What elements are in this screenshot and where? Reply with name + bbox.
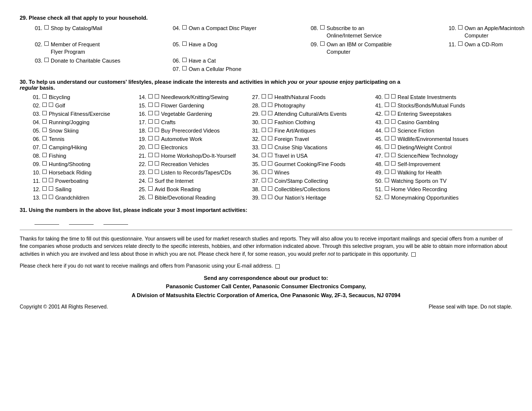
q30-cb-17[interactable]	[148, 119, 153, 124]
q30-cb-34[interactable]	[262, 153, 266, 157]
q30-cb-05[interactable]	[42, 128, 47, 132]
q30-cb-19[interactable]	[148, 136, 153, 140]
checkbox-03[interactable]	[44, 58, 49, 62]
q30-cb-44b[interactable]	[391, 128, 396, 132]
q30-cb-34b[interactable]	[268, 153, 272, 157]
q30-cb-50[interactable]	[385, 178, 389, 182]
q30-cb-12b[interactable]	[49, 186, 53, 191]
q30-cb-18b[interactable]	[155, 128, 159, 132]
q30-cb-28[interactable]	[262, 103, 266, 107]
q30-cb-10[interactable]	[42, 170, 47, 174]
q30-cb-21[interactable]	[148, 153, 153, 157]
q30-cb-37b[interactable]	[268, 178, 272, 182]
q30-cb-30[interactable]	[262, 119, 266, 124]
q30-cb-27[interactable]	[262, 94, 266, 99]
q30-cb-28b[interactable]	[268, 103, 272, 107]
q30-cb-39[interactable]	[262, 195, 266, 199]
q31-input-3[interactable]	[103, 217, 128, 225]
q30-cb-46b[interactable]	[391, 144, 396, 149]
q30-cb-09[interactable]	[42, 161, 47, 166]
q30-cb-41[interactable]	[385, 103, 389, 107]
q30-cb-22[interactable]	[148, 161, 153, 166]
q30-cb-45[interactable]	[385, 136, 389, 140]
q30-cb-38[interactable]	[262, 186, 266, 191]
q30-cb-32[interactable]	[262, 136, 266, 140]
q30-cb-21b[interactable]	[155, 153, 159, 157]
footer-checkbox-1[interactable]	[411, 252, 416, 257]
q30-cb-23b[interactable]	[155, 170, 159, 174]
q30-cb-14[interactable]	[148, 94, 153, 99]
q30-cb-32b[interactable]	[268, 136, 272, 140]
q30-cb-33[interactable]	[262, 144, 266, 149]
q30-cb-49[interactable]	[385, 170, 389, 174]
q30-cb-51[interactable]	[385, 186, 389, 191]
q30-cb-48[interactable]	[385, 161, 389, 166]
q30-cb-02b[interactable]	[49, 103, 53, 107]
q30-cb-25[interactable]	[148, 186, 153, 191]
q31-input-2[interactable]	[69, 217, 94, 225]
checkbox-06[interactable]	[182, 58, 187, 62]
q30-cb-47[interactable]	[385, 153, 389, 157]
checkbox-10[interactable]	[458, 25, 463, 30]
q30-cb-02[interactable]	[42, 103, 47, 107]
q30-cb-38b[interactable]	[268, 186, 272, 191]
q30-cb-29[interactable]	[262, 111, 266, 115]
q30-cb-31b[interactable]	[268, 128, 272, 132]
footer-checkbox-2[interactable]	[275, 264, 280, 269]
q30-cb-31[interactable]	[262, 128, 266, 132]
q30-cb-16b[interactable]	[155, 111, 159, 115]
q30-cb-44[interactable]	[385, 128, 389, 132]
q30-cb-52[interactable]	[385, 195, 389, 199]
checkbox-09[interactable]	[320, 41, 325, 46]
q30-cb-40b[interactable]	[391, 94, 396, 99]
q30-cb-26[interactable]	[148, 195, 153, 199]
q30-cb-01[interactable]	[42, 94, 47, 99]
q30-cb-14b[interactable]	[155, 94, 159, 99]
q30-cb-45b[interactable]	[391, 136, 396, 140]
q31-input-1[interactable]	[34, 217, 59, 225]
q30-cb-13[interactable]	[42, 195, 47, 199]
q30-cb-29b[interactable]	[268, 111, 272, 115]
q30-cb-15[interactable]	[148, 103, 153, 107]
q30-cb-20[interactable]	[148, 144, 153, 149]
q30-cb-27b[interactable]	[268, 94, 272, 99]
q30-cb-49b[interactable]	[391, 170, 396, 174]
checkbox-05[interactable]	[182, 41, 187, 46]
q30-cb-15b[interactable]	[155, 103, 159, 107]
q30-cb-19b[interactable]	[155, 136, 159, 140]
q30-cb-18[interactable]	[148, 128, 153, 132]
q30-cb-13b[interactable]	[49, 195, 53, 199]
q30-cb-46[interactable]	[385, 144, 389, 149]
q30-cb-12[interactable]	[42, 186, 47, 191]
q30-cb-17b[interactable]	[155, 119, 159, 124]
q30-cb-03[interactable]	[42, 111, 47, 115]
q30-cb-39b[interactable]	[268, 195, 272, 199]
checkbox-02[interactable]	[44, 41, 49, 46]
q30-cb-04[interactable]	[42, 119, 47, 124]
checkbox-01[interactable]	[44, 25, 49, 30]
q30-cb-11[interactable]	[42, 178, 47, 182]
q30-cb-48b[interactable]	[391, 161, 396, 166]
checkbox-04[interactable]	[182, 25, 187, 30]
q30-cb-47b[interactable]	[391, 153, 396, 157]
q30-cb-07[interactable]	[42, 144, 47, 149]
q30-cb-36[interactable]	[262, 170, 266, 174]
checkbox-11[interactable]	[458, 41, 463, 46]
q30-cb-36b[interactable]	[268, 170, 272, 174]
q30-cb-20b[interactable]	[155, 144, 159, 149]
q30-cb-40[interactable]	[385, 94, 389, 99]
q30-cb-35b[interactable]	[268, 161, 272, 166]
q30-cb-42[interactable]	[385, 111, 389, 115]
q30-cb-42b[interactable]	[391, 111, 396, 115]
q30-cb-37[interactable]	[262, 178, 266, 182]
checkbox-08[interactable]	[320, 25, 325, 30]
q30-cb-06[interactable]	[42, 136, 47, 140]
q30-cb-16[interactable]	[148, 111, 153, 115]
q30-cb-24[interactable]	[148, 178, 153, 182]
q30-cb-11b[interactable]	[49, 178, 53, 182]
q30-cb-41b[interactable]	[391, 103, 396, 107]
q30-cb-33b[interactable]	[268, 144, 272, 149]
q30-cb-08[interactable]	[42, 153, 47, 157]
q30-cb-22b[interactable]	[155, 161, 159, 166]
checkbox-07[interactable]	[182, 66, 187, 70]
